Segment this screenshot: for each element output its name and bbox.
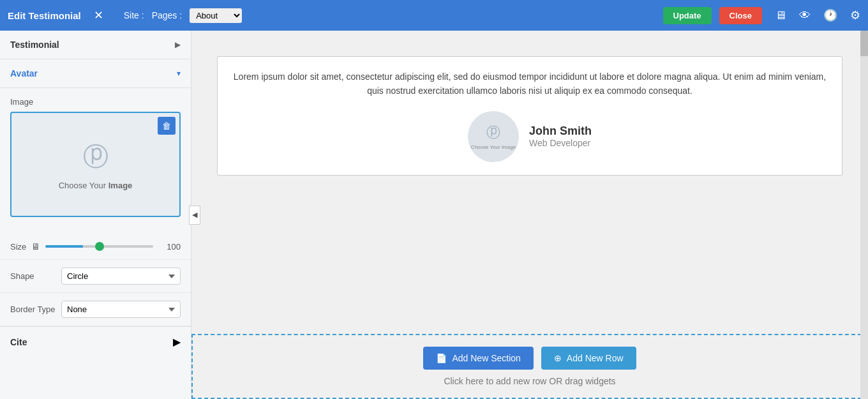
- image-delete-button[interactable]: 🗑: [158, 117, 176, 135]
- cite-label: Cite: [10, 337, 27, 347]
- canvas-top-space: [191, 31, 868, 56]
- avatar-placeholder-icon: ⓟ: [486, 123, 500, 142]
- panel-title: Edit Testimonial: [8, 10, 81, 21]
- add-section-area: 📄 Add New Section ⊕ Add New Row Click he…: [191, 334, 868, 399]
- site-label: Site :: [124, 10, 144, 20]
- shape-row: Shape Circle Square Rounded: [0, 260, 191, 293]
- main-area: Testimonial ▶ Avatar ▾ Image 🗑 ⓟ Choose …: [0, 31, 868, 399]
- shape-label: Shape: [10, 271, 61, 281]
- size-slider-container: [45, 245, 153, 248]
- cite-arrow-icon: ▶: [173, 336, 181, 348]
- avatar-section-label: Avatar: [10, 68, 38, 79]
- testimonial-author: ⓟ Choose Your Image John Smith Web Devel…: [233, 111, 827, 162]
- add-section-buttons: 📄 Add New Section ⊕ Add New Row: [423, 347, 636, 370]
- size-slider[interactable]: [45, 245, 153, 248]
- add-section-icon: 📄: [436, 353, 447, 363]
- border-type-select[interactable]: None Solid Dashed Dotted: [61, 301, 181, 318]
- pages-select[interactable]: About Home Contact Services: [190, 8, 242, 23]
- image-choose-text: Choose Your: [59, 181, 108, 190]
- close-x-icon[interactable]: ✕: [94, 8, 103, 22]
- monitor-icon[interactable]: 🖥: [775, 9, 786, 22]
- avatar-section-header[interactable]: Avatar ▾: [0, 59, 191, 88]
- testimonial-text: Lorem ipsum dolor sit amet, consectetur …: [233, 70, 827, 98]
- add-row-label: Add New Row: [567, 353, 624, 363]
- testimonial-section-label: Testimonial: [10, 40, 59, 50]
- sitemap-icon[interactable]: ⚙: [850, 8, 860, 22]
- eye-icon[interactable]: 👁: [799, 9, 811, 22]
- testimonial-arrow-icon: ▶: [175, 40, 181, 49]
- testimonial-card: Lorem ipsum dolor sit amet, consectetur …: [217, 56, 842, 176]
- border-type-row: Border Type None Solid Dashed Dotted: [0, 293, 191, 326]
- left-panel: Testimonial ▶ Avatar ▾ Image 🗑 ⓟ Choose …: [0, 31, 191, 399]
- avatar-arrow-icon: ▾: [177, 69, 181, 78]
- size-row: Size 🖥 100: [0, 234, 191, 260]
- image-upload-text: Choose Your Image: [59, 181, 133, 190]
- size-value: 100: [158, 242, 181, 252]
- trash-icon: 🗑: [162, 121, 171, 131]
- add-new-row-button[interactable]: ⊕ Add New Row: [541, 347, 636, 370]
- right-scrollbar[interactable]: [860, 31, 868, 399]
- testimonial-section-header[interactable]: Testimonial ▶: [0, 31, 191, 59]
- cite-section-header[interactable]: Cite ▶: [0, 326, 191, 357]
- add-section-label: Add New Section: [452, 353, 520, 363]
- author-info: John Smith Web Developer: [529, 124, 592, 148]
- author-name: John Smith: [529, 124, 592, 138]
- add-section-hint: Click here to add new row OR drag widget…: [444, 376, 615, 386]
- scrollbar-thumb: [860, 31, 868, 56]
- image-label: Image: [10, 97, 181, 107]
- canvas-bottom-space: [191, 176, 868, 334]
- panel-collapse-arrow[interactable]: ◀: [189, 206, 200, 225]
- size-label: Size: [10, 242, 26, 252]
- author-role: Web Developer: [529, 138, 592, 148]
- add-new-section-button[interactable]: 📄 Add New Section: [423, 347, 533, 370]
- image-bold-text: Image: [108, 181, 133, 190]
- update-button[interactable]: Update: [663, 7, 712, 24]
- right-panel: Lorem ipsum dolor sit amet, consectetur …: [191, 31, 868, 399]
- add-row-icon: ⊕: [554, 353, 562, 363]
- avatar-placeholder-text: Choose Your Image: [471, 144, 516, 150]
- image-placeholder-icon: ⓟ: [83, 139, 108, 174]
- monitor-size-icon: 🖥: [31, 241, 40, 252]
- close-button[interactable]: Close: [719, 7, 762, 24]
- shape-select[interactable]: Circle Square Rounded: [61, 267, 181, 285]
- image-upload-box[interactable]: 🗑 ⓟ Choose Your Image: [10, 112, 181, 217]
- header-bar: Edit Testimonial ✕ Site : Pages : About …: [0, 0, 868, 31]
- history-icon[interactable]: 🕐: [823, 8, 837, 22]
- pages-label: Pages :: [152, 10, 182, 20]
- border-type-label: Border Type: [10, 305, 61, 314]
- author-avatar: ⓟ Choose Your Image: [468, 111, 519, 162]
- image-section: Image 🗑 ⓟ Choose Your Image: [0, 88, 191, 234]
